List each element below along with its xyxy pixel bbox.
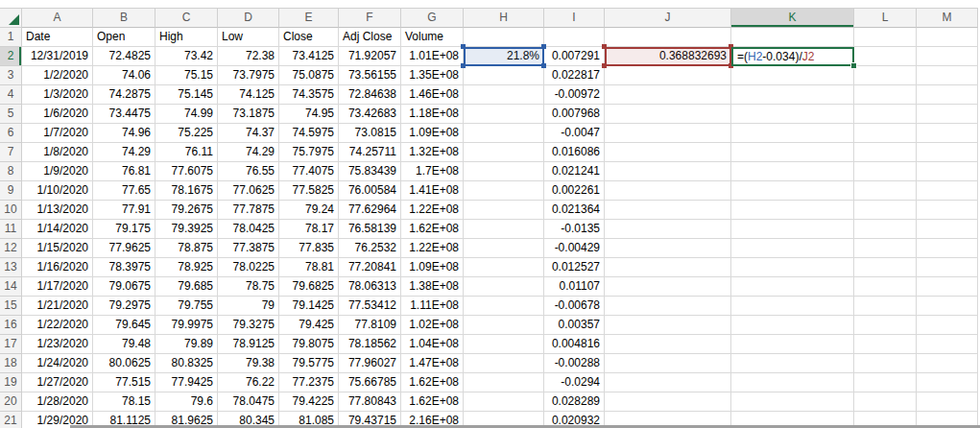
cell-J10[interactable] — [605, 201, 731, 220]
cell-H5[interactable] — [464, 105, 544, 124]
cell-C10[interactable]: 79.2675 — [155, 201, 218, 220]
cell-C19[interactable]: 77.9425 — [155, 373, 218, 392]
cell-I11[interactable]: -0.0135 — [544, 220, 605, 239]
column-header-D[interactable]: D — [218, 8, 279, 28]
cell-G2[interactable]: 1.01E+08 — [401, 47, 464, 66]
row-header-5[interactable]: 5 — [0, 105, 22, 124]
cell-H8[interactable] — [464, 162, 544, 181]
cell-I14[interactable]: 0.01107 — [544, 277, 605, 297]
cell-F15[interactable]: 77.53412 — [339, 297, 401, 316]
cell-I18[interactable]: -0.00288 — [544, 354, 605, 373]
column-header-F[interactable]: F — [339, 8, 401, 28]
cell-F9[interactable]: 76.00584 — [339, 181, 401, 201]
cell-F2[interactable]: 71.92057 — [339, 47, 401, 66]
cell-L16[interactable] — [854, 316, 917, 335]
cell-F20[interactable]: 77.80843 — [339, 392, 401, 412]
column-header-A[interactable]: A — [22, 8, 93, 28]
cell-A4[interactable]: 1/3/2020 — [22, 85, 93, 105]
cell-I6[interactable]: -0.0047 — [544, 124, 605, 143]
cell-F5[interactable]: 73.42683 — [339, 105, 401, 124]
cell-I9[interactable]: 0.002261 — [544, 181, 605, 201]
cell-L6[interactable] — [854, 124, 917, 143]
cell-I2[interactable]: 0.007291 — [544, 47, 605, 66]
cell-D3[interactable]: 73.7975 — [218, 66, 279, 85]
cell-F16[interactable]: 77.8109 — [339, 316, 401, 335]
cell-C5[interactable]: 74.99 — [155, 105, 218, 124]
cell-H17[interactable] — [464, 335, 544, 354]
reference-drag-handle[interactable] — [602, 63, 607, 68]
cell-D14[interactable]: 78.75 — [218, 277, 279, 297]
cell-B18[interactable]: 80.0625 — [93, 354, 155, 373]
cell-A18[interactable]: 1/24/2020 — [22, 354, 93, 373]
cell-E5[interactable]: 74.95 — [279, 105, 339, 124]
cell-F3[interactable]: 73.56155 — [339, 66, 401, 85]
cell-K15[interactable] — [731, 297, 854, 316]
cell-B11[interactable]: 79.175 — [93, 220, 155, 239]
cell-B13[interactable]: 78.3975 — [93, 258, 155, 277]
cell-I4[interactable]: -0.00972 — [544, 85, 605, 105]
cell-A11[interactable]: 1/14/2020 — [22, 220, 93, 239]
row-header-15[interactable]: 15 — [0, 297, 22, 316]
cell-E14[interactable]: 79.6825 — [279, 277, 339, 297]
cell-E10[interactable]: 79.24 — [279, 201, 339, 220]
active-cell-editor[interactable]: =(H2-0.034)/J2 — [731, 47, 854, 66]
cell-M19[interactable] — [917, 373, 978, 392]
cell-E13[interactable]: 78.81 — [279, 258, 339, 277]
cell-J14[interactable] — [605, 277, 731, 297]
cell-K17[interactable] — [731, 335, 854, 354]
cell-A15[interactable]: 1/21/2020 — [22, 297, 93, 316]
cell-D18[interactable]: 79.38 — [218, 354, 279, 373]
cell-F13[interactable]: 77.20841 — [339, 258, 401, 277]
cell-G8[interactable]: 1.7E+08 — [401, 162, 464, 181]
cell-C3[interactable]: 75.15 — [155, 66, 218, 85]
cell-L4[interactable] — [854, 85, 917, 105]
cell-A6[interactable]: 1/7/2020 — [22, 124, 93, 143]
cell-I12[interactable]: -0.00429 — [544, 239, 605, 258]
cell-L2[interactable] — [854, 47, 917, 66]
cell-J18[interactable] — [605, 354, 731, 373]
cell-B7[interactable]: 74.29 — [93, 143, 155, 162]
cell-L15[interactable] — [854, 297, 917, 316]
cell-F17[interactable]: 78.18562 — [339, 335, 401, 354]
cell-H19[interactable] — [464, 373, 544, 392]
cell-F14[interactable]: 78.06313 — [339, 277, 401, 297]
cell-M14[interactable] — [917, 277, 978, 297]
cell-H6[interactable] — [464, 124, 544, 143]
cell-E8[interactable]: 77.4075 — [279, 162, 339, 181]
cell-K11[interactable] — [731, 220, 854, 239]
column-header-E[interactable]: E — [279, 8, 339, 28]
row-header-10[interactable]: 10 — [0, 201, 22, 220]
cell-D19[interactable]: 76.22 — [218, 373, 279, 392]
cell-G6[interactable]: 1.09E+08 — [401, 124, 464, 143]
cell-L18[interactable] — [854, 354, 917, 373]
cell-G10[interactable]: 1.22E+08 — [401, 201, 464, 220]
row-header-1[interactable]: 1 — [0, 28, 22, 47]
cell-H3[interactable] — [464, 66, 544, 85]
cell-L1[interactable] — [854, 28, 917, 47]
cell-J19[interactable] — [605, 373, 731, 392]
cell-A3[interactable]: 1/2/2020 — [22, 66, 93, 85]
cell-E12[interactable]: 77.835 — [279, 239, 339, 258]
cell-J12[interactable] — [605, 239, 731, 258]
cell-H11[interactable] — [464, 220, 544, 239]
cell-M13[interactable] — [917, 258, 978, 277]
cell-C17[interactable]: 79.89 — [155, 335, 218, 354]
cell-A20[interactable]: 1/28/2020 — [22, 392, 93, 412]
cell-J9[interactable] — [605, 181, 731, 201]
cell-B6[interactable]: 74.96 — [93, 124, 155, 143]
cell-D20[interactable]: 78.0475 — [218, 392, 279, 412]
cell-K3[interactable] — [731, 66, 854, 85]
cell-E3[interactable]: 75.0875 — [279, 66, 339, 85]
cell-I5[interactable]: 0.007968 — [544, 105, 605, 124]
cell-H2[interactable]: 21.8% — [464, 47, 544, 66]
cell-E17[interactable]: 79.8075 — [279, 335, 339, 354]
column-header-B[interactable]: B — [93, 8, 155, 28]
column-header-G[interactable]: G — [401, 8, 464, 28]
cell-E11[interactable]: 78.17 — [279, 220, 339, 239]
cell-B10[interactable]: 77.91 — [93, 201, 155, 220]
row-header-20[interactable]: 20 — [0, 392, 22, 412]
cell-M4[interactable] — [917, 85, 978, 105]
row-header-9[interactable]: 9 — [0, 181, 22, 201]
cell-E20[interactable]: 79.4225 — [279, 392, 339, 412]
cell-A13[interactable]: 1/16/2020 — [22, 258, 93, 277]
